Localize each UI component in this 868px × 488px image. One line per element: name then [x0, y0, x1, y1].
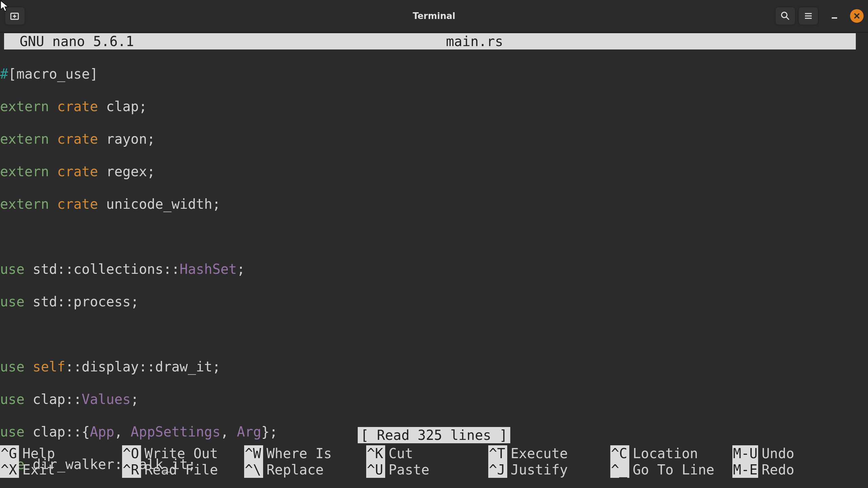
code-token: std::process;: [24, 294, 139, 309]
code-token: ;: [131, 391, 139, 407]
shortcut-label: Undo: [762, 445, 794, 462]
shortcut-key: M-E: [732, 462, 758, 478]
code-token: use: [0, 391, 24, 407]
code-token: clap;: [98, 99, 147, 114]
shortcut-key: ^C: [610, 445, 629, 462]
code-token: extern: [0, 131, 49, 147]
shortcut-key: ^U: [366, 462, 385, 478]
code-token: crate: [57, 131, 98, 147]
code-token: self: [33, 359, 65, 374]
code-token: [macro_use]: [8, 66, 98, 82]
code-token: unicode_width;: [98, 196, 220, 212]
shortcut-row: ^XExit ^RRead File ^\Replace ^UPaste ^JJ…: [0, 462, 868, 478]
nano-shortcut-bar: ^GHelp ^OWrite Out ^WWhere Is ^KCut ^TEx…: [0, 445, 868, 478]
shortcut-key: M-U: [732, 445, 758, 462]
shortcut-key: ^\: [244, 462, 263, 478]
shortcut-label: Redo: [762, 462, 794, 478]
svg-point-3: [782, 12, 787, 18]
code-token: crate: [57, 196, 98, 212]
nano-filename: main.rs: [446, 33, 503, 49]
search-icon: [780, 11, 790, 21]
shortcut-label: Execute: [511, 445, 568, 462]
shortcut-key: ^_: [610, 462, 629, 478]
code-token: std::collections::: [24, 261, 180, 277]
shortcut-key: ^X: [0, 462, 19, 478]
hamburger-icon: [804, 11, 813, 21]
new-tab-button[interactable]: [5, 7, 25, 25]
code-token: Values: [82, 391, 131, 407]
shortcut-label: Write Out: [144, 445, 218, 462]
code-token: use: [0, 261, 24, 277]
shortcut-label: Read File: [144, 462, 218, 478]
search-button[interactable]: [775, 7, 795, 25]
shortcut-label: Go To Line: [633, 462, 714, 478]
code-token: extern: [0, 164, 49, 179]
shortcut-key: ^J: [488, 462, 507, 478]
code-token: ;: [237, 261, 245, 277]
code-token: use: [0, 294, 24, 309]
code-token: clap::: [24, 391, 82, 407]
code-token: rayon;: [98, 131, 155, 147]
shortcut-label: Paste: [389, 462, 429, 478]
shortcut-key: ^R: [122, 462, 141, 478]
minimize-icon: [830, 11, 839, 21]
shortcut-key: ^K: [366, 445, 385, 462]
shortcut-label: Location: [633, 445, 698, 462]
code-token: HashSet: [180, 261, 237, 277]
shortcut-label: Where Is: [267, 445, 332, 462]
shortcut-label: Justify: [511, 462, 568, 478]
code-token: #: [0, 66, 8, 82]
code-token: crate: [57, 164, 98, 179]
code-token: ::display::draw_it;: [65, 359, 221, 374]
code-token: use: [0, 359, 24, 374]
shortcut-label: Cut: [389, 445, 413, 462]
code-token: extern: [0, 99, 49, 114]
close-icon: [853, 12, 861, 20]
shortcut-key: ^O: [122, 445, 141, 462]
shortcut-label: Exit: [22, 462, 55, 478]
shortcut-row: ^GHelp ^OWrite Out ^WWhere Is ^KCut ^TEx…: [0, 445, 868, 462]
code-token: crate: [57, 99, 98, 114]
nano-title-bar: GNU nano 5.6.1main.rs: [4, 33, 856, 49]
window-title: Terminal: [0, 11, 868, 21]
editor-content[interactable]: #[macro_use] extern crate clap; extern c…: [0, 49, 868, 488]
shortcut-label: Replace: [267, 462, 324, 478]
nano-version: GNU nano 5.6.1: [20, 34, 134, 49]
shortcut-key: ^W: [244, 445, 263, 462]
new-tab-icon: [9, 11, 20, 21]
nano-status-message: [ Read 325 lines ]: [358, 427, 510, 443]
shortcut-label: Help: [22, 445, 55, 462]
minimize-button[interactable]: [827, 8, 842, 24]
shortcut-key: ^T: [488, 445, 507, 462]
menu-button[interactable]: [798, 7, 818, 25]
code-token: regex;: [98, 164, 155, 179]
code-token: extern: [0, 196, 49, 212]
shortcut-key: ^G: [0, 445, 19, 462]
svg-line-4: [786, 17, 789, 20]
window-headerbar: Terminal: [0, 0, 868, 33]
close-button[interactable]: [849, 8, 865, 24]
